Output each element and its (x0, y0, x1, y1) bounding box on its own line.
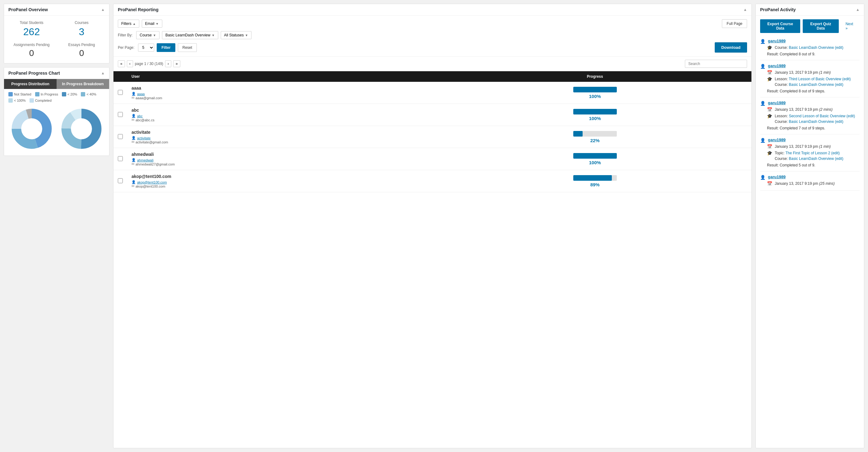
lesson-edit-link[interactable]: (edit) (842, 77, 850, 81)
topic-icon: 🎓 (767, 151, 772, 155)
course-edit-link[interactable]: (edit) (835, 46, 843, 50)
activity-username[interactable]: garu1989 (768, 38, 786, 43)
progress-cell: 89% (438, 170, 751, 192)
username-link[interactable]: aaaa (137, 92, 145, 96)
user-cell: activitate 👤 activitate ✉ activitate@gma… (127, 126, 438, 148)
row-checkbox[interactable] (118, 156, 123, 161)
course-value-arrow-icon: ▼ (212, 34, 215, 37)
user-name: abc (131, 108, 434, 113)
th-user: User (127, 71, 438, 82)
row-checkbox[interactable] (118, 178, 123, 183)
lesson-icon: 🎓 (767, 77, 772, 82)
email-arrow-icon: ▼ (156, 22, 159, 26)
activity-date-text: January 13, 2017 9:19 pm (1 min) (775, 144, 831, 149)
lesson-edit-link[interactable]: (edit) (846, 114, 855, 118)
activity-lesson-row: 🎓 Lesson: Third Lesson of Basic Overview… (767, 76, 860, 87)
course-link[interactable]: Basic LearnDash Overview (789, 46, 834, 50)
tab-progress-distribution[interactable]: Progress Distribution (4, 79, 57, 89)
progress-pct: 89% (443, 182, 747, 187)
legend-lt100: < 100% (8, 98, 26, 103)
username-link[interactable]: activitate (137, 136, 151, 140)
activity-username[interactable]: garu1989 (768, 138, 786, 142)
table-header-row: User Progress (114, 71, 751, 82)
row-checkbox[interactable] (118, 90, 123, 95)
activity-date-text: January 13, 2017 9:19 pm (2 mins) (775, 107, 833, 112)
first-page-button[interactable]: « (118, 60, 125, 67)
status-dropdown[interactable]: All Statuses ▼ (221, 31, 251, 39)
export-course-button[interactable]: Export Course Data (760, 19, 800, 33)
full-page-button[interactable]: Full Page (722, 19, 747, 28)
user-info: ahmedwali 👤 ahmedwali ✉ ahmedwali27@gmai… (131, 152, 434, 166)
progress-pct: 100% (443, 160, 747, 165)
tab-in-progress-breakdown[interactable]: In Progress Breakdown (57, 79, 109, 89)
progress-bar-fill (573, 87, 617, 92)
chart-header: ProPanel Progress Chart ▲ (4, 67, 109, 79)
filters-label: Filters (121, 22, 131, 26)
courses-value: 3 (59, 26, 104, 38)
course-edit-link[interactable]: (edit) (835, 83, 843, 87)
search-input[interactable] (685, 60, 747, 68)
row-checkbox-cell[interactable] (114, 170, 127, 192)
filter-button[interactable]: Filter (157, 43, 175, 52)
status-label: All Statuses (224, 33, 244, 37)
charts-row (4, 104, 109, 155)
legend-completed: Completed (30, 98, 52, 103)
row-checkbox-cell[interactable] (114, 82, 127, 104)
legend-not-started: Not Started (8, 92, 31, 96)
essays-value: 0 (59, 48, 104, 58)
row-checkbox-cell[interactable] (114, 104, 127, 126)
activity-date-row: 📅 January 13, 2017 9:19 pm (25 mins) (767, 181, 860, 186)
activity-panel: ProPanel Activity ▲ Export Course Data E… (755, 4, 864, 448)
page-info: page 1 / 30 (149) (135, 62, 163, 66)
username-link[interactable]: abc (137, 114, 143, 118)
filters-button[interactable]: Filters ▲ (118, 20, 139, 28)
chart-title: ProPanel Progress Chart (8, 71, 60, 76)
activity-item: 👤 garu1989 📅 January 13, 2017 9:19 pm (2… (760, 172, 860, 191)
next-link[interactable]: Next » (841, 19, 860, 33)
activity-date-row: 📅 January 13, 2017 9:19 pm (1 min) (767, 144, 860, 149)
last-page-button[interactable]: » (173, 60, 180, 67)
email-button[interactable]: Email ▼ (142, 20, 162, 28)
user-cell: aaaa 👤 aaaa ✉ aaaa@gmail.com (127, 82, 438, 104)
row-checkbox-cell[interactable] (114, 126, 127, 148)
activity-result: Result: Completed 5 out of 9. (767, 162, 860, 168)
next-page-button[interactable]: › (165, 60, 171, 67)
course-dropdown[interactable]: Course ▼ (136, 31, 159, 39)
row-checkbox-cell[interactable] (114, 148, 127, 170)
course-edit-link[interactable]: (edit) (835, 119, 843, 124)
row-checkbox[interactable] (118, 134, 123, 139)
activity-username[interactable]: garu1989 (768, 100, 786, 105)
course-link[interactable]: Basic LearnDash Overview (789, 156, 834, 161)
topic-link[interactable]: The First Topic of Lesson 2 (785, 151, 830, 155)
donut-svg-1 (10, 107, 54, 151)
export-quiz-button[interactable]: Export Quiz Data (803, 19, 838, 33)
prev-page-button[interactable]: ‹ (127, 60, 133, 67)
progress-bar-wrap (573, 175, 617, 181)
download-button[interactable]: Download (715, 42, 747, 53)
course-edit-link[interactable]: (edit) (835, 156, 843, 161)
legend-lt20: < 20% (62, 92, 78, 96)
username-link[interactable]: akop@tent100.com (137, 180, 167, 184)
legend-label-lt100: < 100% (14, 99, 26, 102)
username-link[interactable]: ahmedwali (137, 158, 154, 162)
activity-topic-row: 🎓 Topic: The First Topic of Lesson 2 (ed… (767, 150, 860, 161)
activity-lesson-row: 🎓 Lesson: Second Lesson of Basic Overvie… (767, 113, 860, 124)
legend-dot-lt20 (62, 92, 66, 96)
lesson-link[interactable]: Second Lesson of Basic Overview (789, 114, 845, 118)
activity-username[interactable]: garu1989 (768, 175, 786, 179)
total-students-label: Total Students (9, 21, 54, 25)
user-username: 👤 activitate (131, 136, 434, 140)
course-link[interactable]: Basic LearnDash Overview (789, 119, 834, 124)
course-value-dropdown[interactable]: Basic LearnDash Overview ▼ (162, 31, 218, 39)
user-email-text: ahmedwali27@gmail.com (135, 162, 175, 166)
topic-edit-link[interactable]: (edit) (831, 151, 840, 155)
stat-courses: Courses 3 (59, 21, 104, 38)
user-activity-icon: 👤 (760, 64, 766, 69)
reset-button[interactable]: Reset (178, 43, 197, 52)
row-checkbox[interactable] (118, 112, 123, 117)
activity-username[interactable]: garu1989 (768, 63, 786, 68)
per-page-select[interactable]: 5 10 25 50 (138, 43, 154, 52)
lesson-link[interactable]: Third Lesson of Basic Overview (789, 77, 841, 81)
th-progress: Progress (438, 71, 751, 82)
course-link[interactable]: Basic LearnDash Overview (789, 83, 834, 87)
